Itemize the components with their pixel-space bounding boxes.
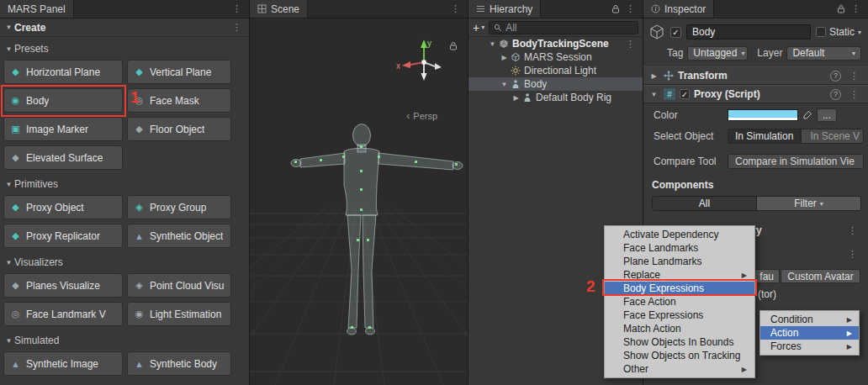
tab-scene[interactable]: Scene xyxy=(250,0,308,18)
static-control[interactable]: Static ▾ xyxy=(816,26,861,38)
select-in-scene-button[interactable]: In Scene V xyxy=(801,129,864,144)
submenu-item-action[interactable]: Action▶ xyxy=(760,326,859,340)
scene-options-kebab-icon[interactable]: ⋮ xyxy=(622,40,639,49)
menu-item-face-landmarks[interactable]: Face Landmarks xyxy=(605,241,754,255)
filter-tab[interactable]: Filter ▾ xyxy=(757,197,860,210)
primitive-button-proxy-replicator[interactable]: ◆Proxy Replicator xyxy=(3,224,123,248)
section-header-simulated[interactable]: ▼ Simulated xyxy=(0,332,249,349)
tag-dropdown[interactable]: Untagged ▾ xyxy=(687,46,748,61)
preset-button-floor-object[interactable]: ◆Floor Object xyxy=(127,117,231,141)
menu-item-face-action[interactable]: Face Action xyxy=(605,295,754,309)
section-header-presets[interactable]: ▼ Presets xyxy=(0,40,249,57)
help-icon[interactable]: ? xyxy=(830,89,841,100)
hierarchy-menu-kebab-icon[interactable]: ⋮ xyxy=(622,4,639,13)
menu-item-plane-landmarks[interactable]: Plane Landmarks xyxy=(605,255,754,268)
hierarchy-item-bodytrackingscene[interactable]: ▼ BodyTrackingScene ⋮ xyxy=(468,37,643,50)
gizmo-x-axis-label[interactable]: x xyxy=(396,61,400,71)
filter-all-tab[interactable]: All xyxy=(653,197,757,210)
gameobject-active-checkbox[interactable]: ✓ xyxy=(670,27,681,38)
custom-avatar-button[interactable]: Custom Avatar xyxy=(781,269,860,283)
menu-item-match-action[interactable]: Match Action xyxy=(605,322,754,335)
avatar-button-partial[interactable]: fau xyxy=(751,269,780,283)
lock-icon[interactable] xyxy=(611,4,620,13)
preset-button-elevated-surface[interactable]: ◆Elevated Surface xyxy=(3,145,123,170)
hierarchy-item-body[interactable]: ▼ Body xyxy=(468,77,643,91)
compare-in-simulation-button[interactable]: Compare in Simulation Vie xyxy=(728,154,864,169)
proxy-component-header[interactable]: ▼ # ✓ Proxy (Script) ? ⋮ xyxy=(643,85,868,103)
menu-item-body-expressions[interactable]: Body Expressions xyxy=(605,282,754,295)
hierarchy-search-input[interactable]: All xyxy=(489,21,638,34)
occluded-component-kebab-icon[interactable]: ⋮ xyxy=(844,250,861,259)
proxy-entry-kebab-icon[interactable]: ⋮ xyxy=(844,226,861,235)
proxy-enabled-checkbox[interactable]: ✓ xyxy=(680,89,690,99)
create-menu-kebab-icon[interactable]: ⋮ xyxy=(228,23,246,32)
directional-light-icon xyxy=(510,66,521,76)
mars-panel-menu-kebab-icon[interactable]: ⋮ xyxy=(228,4,246,13)
visualizer-button-face-landmark[interactable]: ◎Face Landmark V xyxy=(3,302,123,326)
preset-button-horizontal-plane[interactable]: ◆Horizontal Plane xyxy=(3,60,123,84)
preset-button-vertical-plane[interactable]: ◆Vertical Plane xyxy=(127,60,231,84)
foldout-open-icon[interactable]: ▼ xyxy=(3,337,14,345)
help-icon[interactable]: ? xyxy=(830,71,841,82)
foldout-open-icon[interactable]: ▼ xyxy=(3,45,14,53)
foldout-open-icon[interactable]: ▼ xyxy=(3,181,14,188)
foldout-closed-icon[interactable]: ▶ xyxy=(511,94,521,102)
menu-item-replace[interactable]: Replace▶ xyxy=(605,268,754,282)
preset-button-face-mask[interactable]: ◎Face Mask xyxy=(127,88,231,113)
primitive-button-proxy-object[interactable]: ◆Proxy Object xyxy=(3,195,123,219)
add-object-button[interactable]: + ▾ xyxy=(473,22,484,34)
foldout-closed-icon[interactable]: ▶ xyxy=(648,72,659,80)
inspector-menu-kebab-icon[interactable]: ⋮ xyxy=(847,4,865,13)
visualizer-button-planes[interactable]: ◆Planes Visualize xyxy=(3,273,123,298)
submenu-item-forces[interactable]: Forces▶ xyxy=(760,340,859,353)
component-kebab-icon[interactable]: ⋮ xyxy=(845,90,863,99)
static-checkbox[interactable] xyxy=(816,27,826,37)
tab-inspector[interactable]: Inspector xyxy=(643,0,714,18)
primitive-button-proxy-group[interactable]: ◈Proxy Group xyxy=(127,195,231,219)
menu-item-face-expressions[interactable]: Face Expressions xyxy=(605,309,754,322)
gizmo-y-axis-label[interactable]: y xyxy=(427,39,431,48)
color-options-button[interactable]: ... xyxy=(817,108,837,122)
preset-button-image-marker[interactable]: ▣Image Marker xyxy=(3,117,123,141)
tab-mars-panel[interactable]: MARS Panel xyxy=(0,0,74,18)
foldout-open-icon[interactable]: ▼ xyxy=(3,24,14,31)
menu-item-other[interactable]: Other▶ xyxy=(605,362,754,376)
eyedropper-icon[interactable] xyxy=(802,110,812,120)
scene-menu-kebab-icon[interactable]: ⋮ xyxy=(447,4,464,13)
orientation-gizmo[interactable]: y x xyxy=(396,39,442,81)
projection-label[interactable]: ‹ Persp xyxy=(406,109,437,122)
menu-item-show-objects-in-bounds[interactable]: Show Objects In Bounds xyxy=(605,335,754,349)
scene-lock-icon[interactable] xyxy=(449,41,458,50)
lock-icon[interactable] xyxy=(837,4,845,13)
proxy-color-swatch[interactable] xyxy=(728,109,798,121)
transform-icon xyxy=(664,71,674,81)
foldout-open-icon[interactable]: ▼ xyxy=(3,259,14,266)
section-header-visualizers[interactable]: ▼ Visualizers xyxy=(0,254,249,271)
simulated-button-synthetic-body[interactable]: ▲Synthetic Body xyxy=(127,351,231,376)
submenu-item-condition[interactable]: Condition▶ xyxy=(760,313,859,326)
select-in-simulation-button[interactable]: In Simulation xyxy=(728,129,801,144)
section-header-primitives[interactable]: ▼ Primitives xyxy=(0,176,249,192)
tab-hierarchy[interactable]: Hierarchy xyxy=(468,0,541,18)
menu-item-show-objects-on-tracking[interactable]: Show Objects on Tracking xyxy=(605,349,754,362)
transform-component-header[interactable]: ▶ Transform ? ⋮ xyxy=(643,66,868,85)
menu-item-activate-dependency[interactable]: Activate Dependency xyxy=(605,228,754,241)
visualizer-button-point-cloud[interactable]: ◈Point Cloud Visu xyxy=(127,273,231,298)
visualizers-grid: ◆Planes Visualize ◈Point Cloud Visu ◎Fac… xyxy=(0,271,249,329)
preset-button-body[interactable]: ◉Body xyxy=(3,88,123,113)
foldout-open-icon[interactable]: ▼ xyxy=(487,40,498,48)
gameobject-name-field[interactable]: Body xyxy=(686,24,811,40)
simulated-button-synthetic-image[interactable]: ▲Synthetic Image xyxy=(3,351,123,376)
visualizer-button-light-estimation[interactable]: ◉Light Estimation xyxy=(127,302,231,326)
hierarchy-item-directional-light[interactable]: Directional Light xyxy=(468,64,643,77)
create-header-row: ▼ Create ⋮ xyxy=(0,18,249,37)
foldout-closed-icon[interactable]: ▶ xyxy=(499,54,510,61)
layer-dropdown[interactable]: Default ▾ xyxy=(786,46,861,61)
hierarchy-item-default-body-rig[interactable]: ▶ Default Body Rig xyxy=(468,91,643,104)
foldout-open-icon[interactable]: ▼ xyxy=(648,91,659,98)
primitive-button-synthetic-object[interactable]: ▲Synthetic Object xyxy=(127,224,231,248)
scene-viewport[interactable]: y x ‹ Persp xyxy=(250,18,468,385)
foldout-open-icon[interactable]: ▼ xyxy=(499,81,510,88)
hierarchy-item-mars-session[interactable]: ▶ MARS Session xyxy=(468,50,643,64)
component-kebab-icon[interactable]: ⋮ xyxy=(845,71,863,81)
